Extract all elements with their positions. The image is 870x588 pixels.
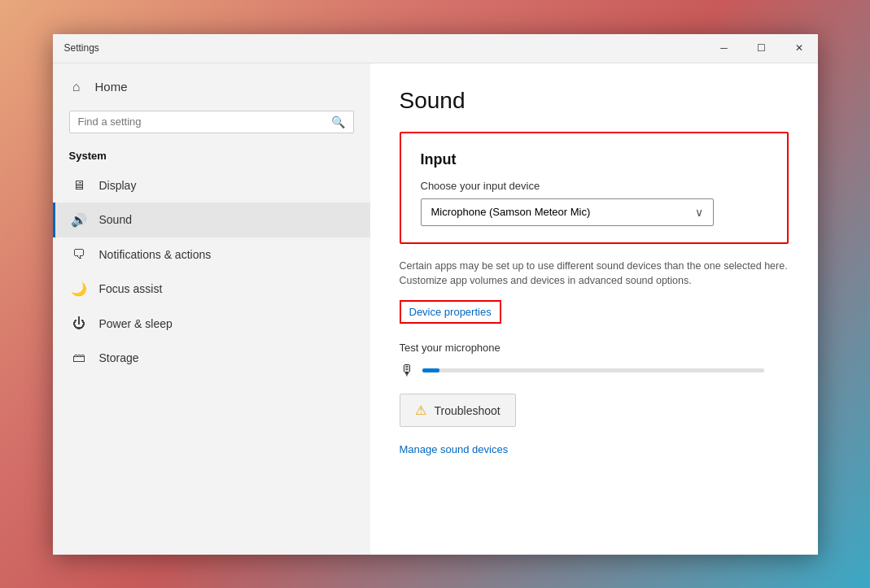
settings-window: Settings ─ ☐ ✕ ⌂ Home 🔍 System 🖥 (53, 34, 818, 555)
sidebar-item-focus-label: Focus assist (99, 282, 163, 295)
sidebar-item-notifications-label: Notifications & actions (99, 248, 212, 261)
window-title: Settings (64, 42, 99, 54)
title-bar: Settings ─ ☐ ✕ (53, 34, 818, 63)
device-properties-link[interactable]: Device properties (400, 300, 501, 324)
sidebar-item-focus[interactable]: 🌙 Focus assist (53, 272, 370, 307)
sidebar-section-title: System (53, 146, 370, 168)
chevron-down-icon: ∨ (695, 206, 703, 219)
display-icon: 🖥 (72, 178, 86, 193)
main-panel: Sound Input Choose your input device Mic… (370, 63, 818, 555)
manage-sound-devices-link[interactable]: Manage sound devices (400, 443, 509, 455)
microphone-icon: 🎙 (400, 362, 414, 379)
home-icon: ⌂ (69, 80, 84, 94)
sidebar-item-display[interactable]: 🖥 Display (53, 168, 370, 203)
mic-level-bar (422, 368, 764, 372)
test-mic-label: Test your microphone (400, 342, 789, 354)
input-heading: Input (421, 151, 767, 168)
power-icon: ⏻ (72, 316, 86, 331)
sidebar-home[interactable]: ⌂ Home (53, 72, 370, 102)
sidebar-home-label: Home (95, 80, 128, 94)
input-section-card: Input Choose your input device Microphon… (400, 132, 789, 244)
notifications-icon: 🗨 (72, 247, 86, 262)
close-button[interactable]: ✕ (780, 33, 818, 63)
input-device-dropdown[interactable]: Microphone (Samson Meteor Mic) ∨ (421, 198, 714, 226)
search-icon: 🔍 (331, 115, 345, 128)
sidebar-item-sound[interactable]: 🔊 Sound (53, 203, 370, 237)
page-title: Sound (400, 88, 789, 114)
minimize-button[interactable]: ─ (706, 33, 743, 63)
sidebar-item-display-label: Display (99, 179, 137, 192)
device-properties-wrapper: Device properties (400, 300, 501, 324)
storage-icon: 🗃 (72, 351, 86, 365)
troubleshoot-button[interactable]: ⚠ Troubleshoot (400, 394, 516, 427)
sidebar: ⌂ Home 🔍 System 🖥 Display 🔊 Sound 🗨 N (53, 63, 370, 555)
sidebar-item-notifications[interactable]: 🗨 Notifications & actions (53, 237, 370, 272)
sidebar-item-sound-label: Sound (99, 213, 132, 226)
troubleshoot-label: Troubleshoot (435, 404, 501, 417)
title-bar-controls: ─ ☐ ✕ (706, 33, 818, 63)
dropdown-value: Microphone (Samson Meteor Mic) (431, 206, 591, 218)
content-area: ⌂ Home 🔍 System 🖥 Display 🔊 Sound 🗨 N (53, 63, 818, 555)
device-label: Choose your input device (421, 180, 767, 192)
warning-icon: ⚠ (415, 403, 426, 418)
mic-level-row: 🎙 (400, 362, 789, 379)
mic-level-fill (422, 368, 439, 372)
sidebar-item-storage[interactable]: 🗃 Storage (53, 341, 370, 375)
search-box[interactable]: 🔍 (69, 111, 354, 133)
main-content: Sound Input Choose your input device Mic… (370, 63, 818, 555)
sidebar-item-storage-label: Storage (99, 351, 139, 364)
sidebar-item-power-label: Power & sleep (99, 317, 173, 330)
maximize-button[interactable]: ☐ (743, 33, 780, 63)
input-description: Certain apps may be set up to use differ… (400, 259, 789, 290)
search-input[interactable] (78, 115, 325, 128)
focus-icon: 🌙 (72, 281, 86, 297)
sound-icon: 🔊 (72, 212, 86, 228)
sidebar-item-power[interactable]: ⏻ Power & sleep (53, 307, 370, 341)
